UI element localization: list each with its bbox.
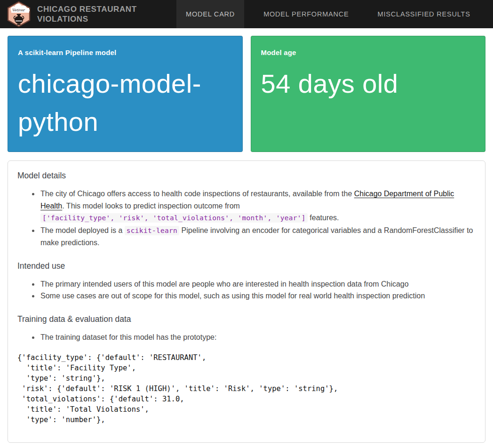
value-box-model-value: chicago-model-python [18,64,231,141]
brand: Vetiver CHICAGO RESTAURANT VIOLATIONS [0,0,169,28]
prototype-code-block: {'facility_type': {'default': 'RESTAURAN… [17,352,476,425]
list-item: Some use cases are out of scope for this… [40,290,476,302]
value-box-model-label: A scikit-learn Pipeline model [18,48,231,56]
value-box-age-value: 54 days old [261,64,474,103]
value-box-row: A scikit-learn Pipeline model chicago-mo… [8,36,485,152]
model-card-panel: Model details The city of Chicago offers… [8,160,485,443]
intended-use-heading: Intended use [17,260,476,272]
tab-model-card[interactable]: MODEL CARD [176,0,244,28]
scikit-learn-code: scikit-learn [125,226,179,235]
intended-use-list: The primary intended users of this model… [17,278,476,302]
bullet-text: The city of Chicago offers access to hea… [40,190,354,198]
svg-text:Vetiver: Vetiver [12,8,25,12]
list-item: The primary intended users of this model… [40,278,476,290]
training-data-list: The training dataset for this model has … [17,331,476,344]
training-data-heading: Training data & evaluation data [17,313,476,325]
value-box-model-age: Model age 54 days old [251,36,486,152]
value-box-age-label: Model age [261,48,474,56]
top-nav: MODEL CARD MODEL PERFORMANCE MISCLASSIFI… [176,0,490,28]
model-details-heading: Model details [17,170,476,181]
list-item: The training dataset for this model has … [40,331,476,344]
model-details-list: The city of Chicago offers access to hea… [17,188,476,249]
app-title: CHICAGO RESTAURANT VIOLATIONS [37,4,155,24]
bullet-text: . This model looks to predict inspection… [62,202,240,210]
features-code: ['facility_type', 'risk', 'total_violati… [40,213,308,223]
tab-model-performance[interactable]: MODEL PERFORMANCE [254,0,358,28]
value-box-model-name: A scikit-learn Pipeline model chicago-mo… [8,36,243,152]
dashboard-body: A scikit-learn Pipeline model chicago-mo… [0,28,493,448]
bullet-text: The model deployed is a [40,226,125,234]
app-header: Vetiver CHICAGO RESTAURANT VIOLATIONS MO… [0,0,493,28]
tab-misclassified-results[interactable]: MISCLASSIFIED RESULTS [368,0,480,28]
list-item: The model deployed is a scikit-learn Pip… [40,224,476,249]
list-item: The city of Chicago offers access to hea… [40,188,476,224]
vetiver-hex-logo-icon: Vetiver [7,1,31,27]
bullet-text: features. [308,214,339,222]
